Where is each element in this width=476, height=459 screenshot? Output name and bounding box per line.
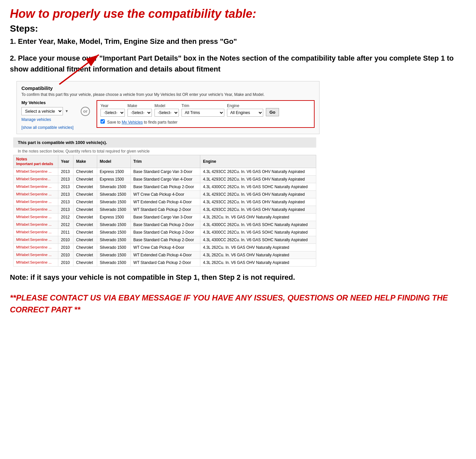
my-vehicles-link[interactable]: My Vehicles <box>122 120 143 125</box>
show-all-link[interactable]: [show all compatible vehicles] <box>21 125 74 130</box>
engine-select[interactable]: All Engines <box>227 109 263 117</box>
arrow-container: Compatibility To confirm that this part … <box>13 81 329 134</box>
engine-cell: 4.3L 4293CC 262Cu. In. V6 GAS OHV Natura… <box>200 190 316 198</box>
trim-cell: WT Crew Cab Pickup 4-Door <box>130 190 200 198</box>
make-cell: Chevrolet <box>73 244 97 251</box>
compat-quantity-note: In the notes section below, Quantity ref… <box>13 148 316 155</box>
make-cell: Chevrolet <box>73 251 97 259</box>
trim-cell: WT Standard Cab Pickup 2-Door <box>130 259 200 266</box>
make-cell: Chevrolet <box>73 221 97 228</box>
make-cell: Chevrolet <box>73 168 97 175</box>
year-make-section: Year -Select- Make -Select- Model <box>97 100 315 128</box>
notes-cell: Mfrlabel:Serpentine ... <box>14 236 58 244</box>
model-cell: Silverado 1500 <box>97 228 130 236</box>
year-cell: 2010 <box>58 259 73 266</box>
engine-cell: 4.3L 4300CC 262Cu. In. V6 GAS SOHC Natur… <box>200 221 316 228</box>
table-row: Mfrlabel:Serpentine ...2013ChevroletSilv… <box>14 190 316 198</box>
make-label: Make <box>127 103 152 108</box>
save-row: Save to My Vehicles to finds parts faste… <box>100 119 311 125</box>
make-select[interactable]: -Select- <box>127 109 152 117</box>
model-cell: Silverado 1500 <box>97 198 130 206</box>
make-field-group: Make -Select- <box>127 103 152 117</box>
engine-cell: 4.3L 4293CC 262Cu. In. V6 GAS OHV Natura… <box>200 175 316 183</box>
make-cell: Chevrolet <box>73 213 97 221</box>
trim-select[interactable]: All Trims <box>182 109 224 117</box>
table-row: Mfrlabel:Serpentine...2013ChevroletExpre… <box>14 175 316 183</box>
trim-cell: WT Extended Cab Pickup 4-Door <box>130 251 200 259</box>
engine-cell: 4.3L 4300CC 262Cu. In. V6 GAS SOHC Natur… <box>200 228 316 236</box>
notes-header-text: Notes <box>16 157 27 161</box>
year-cell: 2010 <box>58 251 73 259</box>
model-cell: Silverado 1500 <box>97 259 130 266</box>
table-row: Mfrlabel:Serpentine ...2012ChevroletSilv… <box>14 221 316 228</box>
engine-field-group: Engine All Engines <box>227 103 263 117</box>
year-cell: 2013 <box>58 183 73 190</box>
make-cell: Chevrolet <box>73 259 97 266</box>
table-row: Mfrlabel:Serpentine ...2013ChevroletExpr… <box>14 168 316 175</box>
engine-cell: 4.3L 4300CC 262Cu. In. V6 GAS SOHC Natur… <box>200 236 316 244</box>
year-cell: 2012 <box>58 221 73 228</box>
notes-cell: Mfrlabel:Serpentine ... <box>14 228 58 236</box>
manage-vehicles-link[interactable]: Manage vehicles <box>21 117 74 122</box>
main-title: How to properly use the compatibility ta… <box>10 7 466 21</box>
table-row: Mfrlabel:Serpentine ...2012ChevroletExpr… <box>14 213 316 221</box>
go-button[interactable]: Go <box>266 108 279 116</box>
trim-header: Trim <box>130 155 200 168</box>
engine-cell: 4.3L 262Cu. In. V6 GAS OHV Naturally Asp… <box>200 251 316 259</box>
select-vehicle-dropdown[interactable]: Select a vehicle <box>21 107 63 115</box>
table-row: Mfrlabel:Serpentine ...2013ChevroletSilv… <box>14 206 316 213</box>
trim-cell: Base Standard Cab Pickup 2-Door <box>130 221 200 228</box>
year-cell: 2013 <box>58 175 73 183</box>
steps-heading: Steps: <box>10 23 466 34</box>
model-cell: Silverado 1500 <box>97 236 130 244</box>
notes-cell: Mfrlabel:Serpentine ... <box>14 168 58 175</box>
step-note: Note: if it says your vehicle is not com… <box>10 273 466 283</box>
make-cell: Chevrolet <box>73 183 97 190</box>
trim-cell: WT Standard Cab Pickup 2-Door <box>130 206 200 213</box>
trim-cell: Base Standard Cab Pickup 2-Door <box>130 228 200 236</box>
engine-cell: 4.3L 262Cu. In. V6 GAS OHV Naturally Asp… <box>200 213 316 221</box>
trim-cell: Base Standard Cab Pickup 2-Door <box>130 183 200 190</box>
engine-cell: 4.3L 4293CC 262Cu. In. V6 GAS OHV Natura… <box>200 206 316 213</box>
trim-cell: Base Standard Cargo Van 3-Door <box>130 168 200 175</box>
year-cell: 2010 <box>58 236 73 244</box>
model-cell: Express 1500 <box>97 168 130 175</box>
compat-desc: To confirm that this part fits your vehi… <box>21 92 315 97</box>
model-cell: Silverado 1500 <box>97 190 130 198</box>
trim-field-group: Trim All Trims <box>182 103 224 117</box>
year-select[interactable]: -Select- <box>100 109 125 117</box>
model-header: Model <box>97 155 130 168</box>
table-row: Mfrlabel:Serpentine ...2013ChevroletSilv… <box>14 198 316 206</box>
model-cell: Silverado 1500 <box>97 206 130 213</box>
step1-text: 1. Enter Year, Make, Model, Trim, Engine… <box>10 37 466 47</box>
model-cell: Express 1500 <box>97 213 130 221</box>
model-field-group: Model -Select- <box>154 103 179 117</box>
step2-text: 2. Place your mouse over "Important Part… <box>10 53 466 74</box>
model-cell: Silverado 1500 <box>97 183 130 190</box>
save-checkbox[interactable] <box>100 119 105 124</box>
year-cell: 2013 <box>58 206 73 213</box>
make-header: Make <box>73 155 97 168</box>
notes-cell: Mfrlabel:Serpentine ... <box>14 259 58 266</box>
model-select[interactable]: -Select- <box>154 109 179 117</box>
compatibility-section: Compatibility To confirm that this part … <box>16 81 320 134</box>
notes-cell: Mfrlabel:Serpentine ... <box>14 251 58 259</box>
make-cell: Chevrolet <box>73 236 97 244</box>
notes-cell: Mfrlabel:Serpentine ... <box>14 221 58 228</box>
year-header: Year <box>58 155 73 168</box>
engine-label: Engine <box>227 103 263 108</box>
engine-cell: 4.3L 4293CC 262Cu. In. V6 GAS OHV Natura… <box>200 198 316 206</box>
notes-cell: Mfrlabel:Serpentine ... <box>14 213 58 221</box>
year-label: Year <box>100 103 125 108</box>
engine-header: Engine <box>200 155 316 168</box>
year-cell: 2013 <box>58 168 73 175</box>
trim-cell: Base Standard Cargo Van 4-Door <box>130 175 200 183</box>
year-cell: 2010 <box>58 244 73 251</box>
make-cell: Chevrolet <box>73 190 97 198</box>
notes-cell: Mfrlabel:Serpentine ... <box>14 244 58 251</box>
table-row: Mfrlabel:Serpentine ...2010ChevroletSilv… <box>14 259 316 266</box>
trim-cell: Base Standard Cab Pickup 2-Door <box>130 236 200 244</box>
trim-cell: WT Extended Cab Pickup 4-Door <box>130 198 200 206</box>
table-row: Mfrlabel:Serpentine ...2010ChevroletSilv… <box>14 236 316 244</box>
select-vehicle-row: Select a vehicle ▼ <box>21 107 74 115</box>
